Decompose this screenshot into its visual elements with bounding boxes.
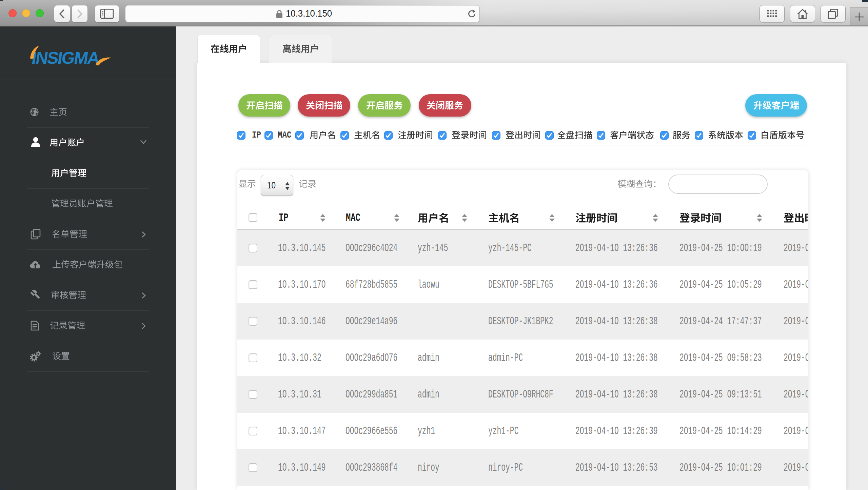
svg-text:INSIGMA: INSIGMA <box>31 48 101 66</box>
